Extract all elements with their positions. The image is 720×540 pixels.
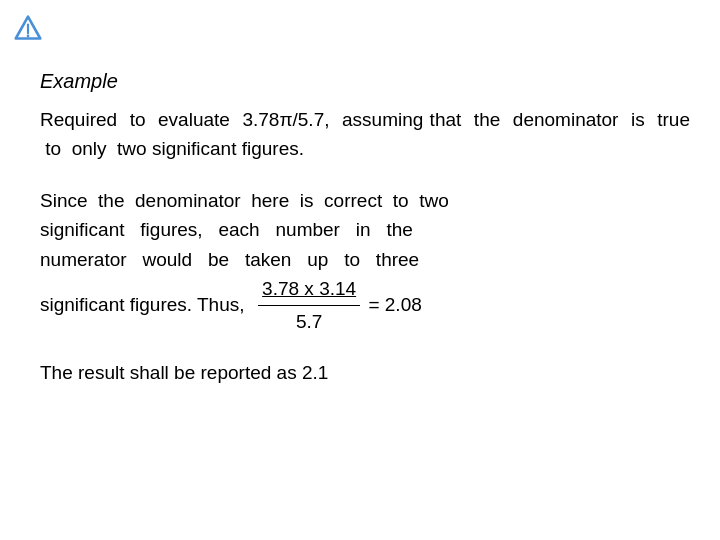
paragraph-1: Required to evaluate 3.78π/5.7, assuming… <box>40 105 690 164</box>
fraction-denominator: 5.7 <box>292 306 326 336</box>
fraction: 3.78 x 3.14 5.7 <box>258 274 360 336</box>
thus-line: significant figures. Thus, 3.78 x 3.14 5… <box>40 274 690 336</box>
example-title: Example <box>40 70 690 93</box>
logo-triangle-icon <box>14 14 42 42</box>
paragraph-2-line3: numerator would be taken up to three <box>40 245 690 274</box>
thus-prefix: significant figures. Thus, <box>40 290 245 319</box>
paragraph-2-line2: significant figures, each number in the <box>40 215 690 244</box>
paragraph-2-line1: Since the denominator here is correct to… <box>40 186 690 215</box>
content-area: Example Required to evaluate 3.78π/5.7, … <box>30 20 690 388</box>
svg-point-2 <box>27 35 30 38</box>
logo-area <box>14 14 42 46</box>
paragraph-3: The result shall be reported as 2.1 <box>40 358 690 387</box>
equals-value: = 2.08 <box>368 290 421 319</box>
fraction-numerator: 3.78 x 3.14 <box>258 274 360 305</box>
paragraph-2: Since the denominator here is correct to… <box>40 186 690 336</box>
page-container: Example Required to evaluate 3.78π/5.7, … <box>0 0 720 540</box>
